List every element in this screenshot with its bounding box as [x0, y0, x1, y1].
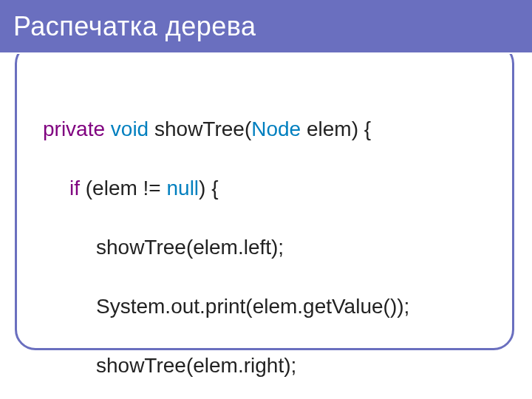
code-block: private void showTree(Node elem) { if (e…: [43, 85, 409, 399]
keyword-if: if: [69, 177, 80, 200]
literal-null: null: [166, 177, 199, 200]
title-underline: [0, 52, 532, 54]
code-line-2: if (elem != null) {: [43, 174, 409, 203]
code-line-5: showTree(elem.right);: [43, 351, 409, 381]
type-void: void: [111, 117, 149, 140]
code-line-1: private void showTree(Node elem) {: [43, 115, 409, 144]
slide-title: Распечатка дерева: [13, 11, 256, 42]
code-line-4: System.out.print(elem.getValue());: [43, 292, 409, 321]
slide-title-bar: Распечатка дерева: [0, 0, 532, 53]
slide: Распечатка дерева private void showTree(…: [0, 0, 532, 399]
code-line-3: showTree(elem.left);: [43, 233, 409, 262]
type-node: Node: [251, 117, 301, 140]
keyword-private: private: [43, 117, 105, 140]
